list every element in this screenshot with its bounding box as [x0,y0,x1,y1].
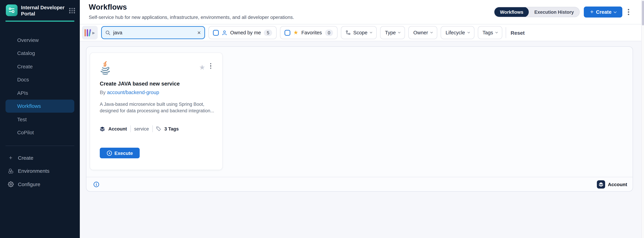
owned-by-me-checkbox[interactable] [213,30,219,35]
sidebar-item-overview[interactable]: Overview [0,33,80,47]
plus-icon: + [8,155,14,161]
plus-icon: + [590,8,594,15]
clear-search-icon[interactable]: ✕ [197,30,201,35]
tag-icon [156,126,161,131]
sidebar-item-docs[interactable]: Docs [0,73,80,86]
chevron-down-icon [467,31,470,33]
type-value: service [134,126,149,131]
page-title: Workflows [89,3,127,12]
sidebar-footer-label: Create [18,155,33,161]
tags-dropdown[interactable]: Tags [478,26,502,39]
scope-dropdown[interactable]: Scope [341,26,377,39]
content-area: ★ Create JAVA based new service By accou… [80,41,644,238]
workflows-panel: ★ Create JAVA based new service By accou… [86,46,633,192]
filter-bar: ▶ ✕ Owned by me 5 ★ Favorites 0 [80,24,644,41]
brand-title: Internal Developer Portal [21,4,69,17]
gear-icon [8,181,14,187]
header-kebab-menu-icon[interactable] [626,7,630,16]
sidebar-footer-label: Environments [18,168,49,174]
workflow-title: Create JAVA based new service [100,81,212,87]
panel-footer: Account [86,177,633,191]
scope-dropdown-label: Scope [353,30,368,35]
tags-count[interactable]: 3 Tags [164,126,179,131]
brand-accent-rule [6,21,74,22]
search-icon [105,30,110,35]
create-button-label: Create [596,9,612,15]
card-kebab-menu-icon[interactable] [209,62,212,70]
page-header: Workflows Self-service hub for new appli… [80,0,644,24]
owner-dropdown-label: Owner [413,30,428,35]
workflow-description: A Java-based microservice built using Sp… [100,101,215,114]
sidebar-item-create[interactable]: Create [0,60,80,73]
chevron-down-icon [496,31,498,33]
create-button[interactable]: + Create [584,6,622,17]
sidebar-nav: Overview Catalog Create Docs APIs Workfl… [0,33,80,139]
chevron-down-icon [430,31,433,33]
scrollbar-thumb[interactable] [642,1,644,25]
owner-link[interactable]: account/backend-group [107,90,159,95]
owned-by-me-count-badge: 5 [264,29,272,36]
collapse-panel-toggle[interactable]: ▶ [82,26,98,39]
hexagons-icon [8,168,14,174]
chevron-down-icon [614,10,616,13]
tab-execution-history[interactable]: Execution History [529,7,579,17]
java-icon [100,61,112,76]
tab-workflows[interactable]: Workflows [494,7,529,17]
filter-divider [506,27,506,38]
filter-favorites[interactable]: ★ Favorites 0 [280,26,337,39]
hierarchy-icon [346,30,350,35]
page-subtitle: Self-service hub for new applications, i… [89,14,294,20]
sidebar-footer-label: Configure [18,181,40,187]
current-scope-badge: Account [597,180,627,188]
scope-value: Account [108,126,127,131]
layers-icon [100,126,105,131]
type-dropdown[interactable]: Type [380,26,405,39]
favorite-star-icon[interactable]: ★ [199,64,205,71]
view-toggle: Workflows Execution History [494,7,580,17]
search-input[interactable] [113,30,194,35]
sidebar-item-catalog[interactable]: Catalog [0,47,80,60]
search-box: ✕ [101,26,205,39]
chevron-down-icon [370,31,372,33]
type-dropdown-label: Type [385,30,396,35]
sidebar-item-test[interactable]: Test [0,113,80,126]
workflow-card: ★ Create JAVA based new service By accou… [90,53,222,170]
favorites-count-badge: 0 [325,29,333,36]
sidebar-item-configure[interactable]: Configure [0,178,80,191]
filter-owned-by-me[interactable]: Owned by me 5 [208,26,276,39]
layers-badge-icon [597,180,605,188]
workflow-owner-line: By account/backend-group [100,90,212,95]
sidebar: Internal Developer Portal Overview Catal… [0,0,80,238]
workflow-meta: Account service 3 Tags [100,125,212,132]
info-icon[interactable] [93,181,100,187]
tags-dropdown-label: Tags [482,30,493,35]
apps-grid-icon[interactable] [69,8,75,13]
favorites-label: Favorites [301,30,322,35]
sidebar-item-create-footer[interactable]: + Create [0,151,80,164]
user-icon [222,30,227,35]
sidebar-item-environments[interactable]: Environments [0,164,80,178]
header-actions: Workflows Execution History + Create [494,6,630,17]
sidebar-divider [6,146,74,146]
expand-arrow-icon: ▶ [92,31,95,34]
reset-filters-button[interactable]: Reset [511,30,525,35]
by-prefix: By [100,90,106,95]
sidebar-footer-nav: + Create Environments [0,151,80,191]
scrollbar-track[interactable] [641,0,644,238]
app-root: Internal Developer Portal Overview Catal… [0,0,644,238]
play-icon [106,150,112,156]
lifecycle-dropdown-label: Lifecycle [446,30,465,35]
sidebar-item-workflows[interactable]: Workflows [6,100,74,113]
favorites-checkbox[interactable] [284,30,290,35]
lifecycle-dropdown[interactable]: Lifecycle [441,26,474,39]
owner-dropdown[interactable]: Owner [408,26,437,39]
execute-button-label: Execute [114,150,133,156]
sidebar-item-copilot[interactable]: CoPilot [0,126,80,139]
execute-button[interactable]: Execute [100,148,140,158]
star-icon: ★ [293,30,298,35]
stripes-logo-icon [85,29,86,36]
owned-by-me-label: Owned by me [230,30,261,35]
brand: Internal Developer Portal [6,4,75,17]
chevron-down-icon [398,31,400,33]
sidebar-item-apis[interactable]: APIs [0,86,80,100]
